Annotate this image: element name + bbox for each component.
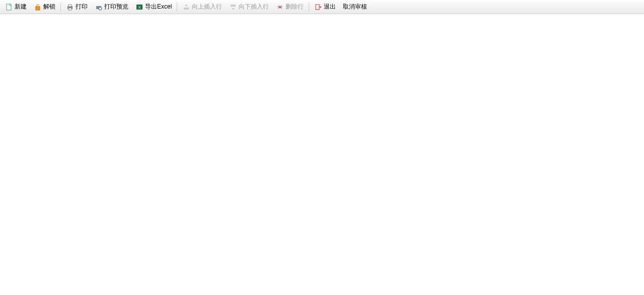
- print-label: 打印: [76, 3, 88, 11]
- svg-rect-10: [231, 5, 236, 7]
- cancel-audit-button[interactable]: 取消审核: [340, 2, 370, 12]
- insert-up-label: 向上插入行: [192, 3, 222, 11]
- svg-rect-14: [316, 5, 319, 10]
- new-label: 新建: [15, 3, 27, 11]
- print-preview-label: 打印预览: [104, 3, 128, 11]
- delete-row-button[interactable]: 删除行: [273, 2, 307, 12]
- svg-rect-3: [68, 5, 71, 7]
- exit-label: 退出: [324, 3, 336, 11]
- insert-down-label: 向下插入行: [239, 3, 269, 11]
- insert-up-button[interactable]: 向上插入行: [179, 2, 225, 12]
- export-excel-label: 导出Excel: [145, 3, 172, 11]
- svg-rect-0: [7, 4, 11, 10]
- print-button[interactable]: 打印: [63, 2, 91, 12]
- svg-rect-1: [36, 7, 40, 10]
- print-preview-button[interactable]: 打印预览: [92, 2, 131, 12]
- exit-button[interactable]: 退出: [311, 2, 339, 12]
- separator: [60, 3, 61, 12]
- separator: [309, 3, 309, 12]
- svg-text:X: X: [138, 5, 141, 10]
- svg-point-6: [99, 7, 102, 10]
- cancel-audit-label: 取消审核: [343, 3, 367, 11]
- toolbar: 新建 解锁 打印 打印预览 X导出Excel 向上插入行 向下插入行 删除行 退…: [0, 0, 644, 14]
- unlock-label: 解锁: [43, 3, 55, 11]
- svg-rect-4: [68, 8, 71, 10]
- new-button[interactable]: 新建: [2, 2, 30, 12]
- separator: [177, 3, 177, 12]
- insert-down-button[interactable]: 向下插入行: [226, 2, 272, 12]
- svg-rect-9: [184, 8, 189, 10]
- export-excel-button[interactable]: X导出Excel: [132, 2, 175, 12]
- unlock-button[interactable]: 解锁: [31, 2, 58, 12]
- delete-row-label: 删除行: [285, 3, 304, 11]
